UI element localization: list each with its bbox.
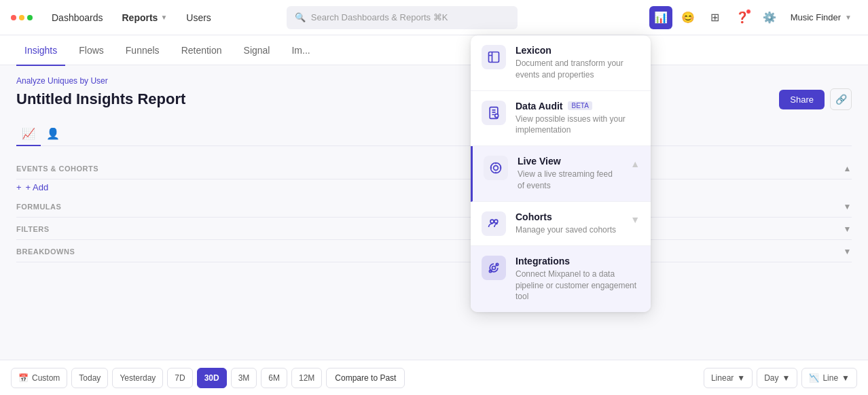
calendar-icon: 📅 — [18, 373, 29, 383]
events-cohorts-section-header: EVENTS & COHORTS ▲ — [16, 157, 852, 179]
svg-point-6 — [491, 163, 501, 173]
formulas-label: FORMULAS — [16, 203, 61, 211]
tab-flows[interactable]: Flows — [71, 36, 112, 66]
today-button[interactable]: Today — [71, 368, 108, 388]
live-view-title: Live View — [518, 156, 621, 167]
title-actions: Share 🔗 — [779, 88, 852, 110]
12m-button[interactable]: 12M — [291, 368, 322, 388]
cohorts-icon — [482, 211, 506, 236]
dropdown-item-live-view[interactable]: Live View View a live streaming feed of … — [471, 146, 651, 202]
table-view-icon: 👤 — [46, 127, 60, 140]
dot-red — [11, 15, 16, 20]
settings-icon-btn[interactable]: ⚙️ — [758, 6, 781, 29]
reports-icon: 📊 — [654, 11, 668, 24]
line-select[interactable]: 📉 Line ▼ — [801, 368, 857, 388]
dropdown-item-data-audit[interactable]: Data Audit BETA View possible issues wit… — [471, 91, 651, 147]
dropdown-menu: Lexicon Document and transform your even… — [471, 35, 651, 312]
custom-date-button[interactable]: 📅 Custom — [11, 368, 67, 388]
events-cohorts-collapse-icon[interactable]: ▲ — [844, 164, 852, 173]
workspace-selector[interactable]: Music Finder ▼ — [785, 10, 857, 25]
3m-button[interactable]: 3M — [231, 368, 257, 388]
profile-icon: 😊 — [681, 11, 695, 24]
svg-point-13 — [494, 220, 498, 223]
breakdowns-section-header: BREAKDOWNS ▼ — [16, 240, 852, 262]
line-chart-icon: 📉 — [809, 373, 819, 383]
svg-point-4 — [495, 114, 499, 117]
live-view-desc: View a live streaming feed of events — [518, 169, 621, 192]
svg-point-7 — [494, 166, 499, 171]
svg-point-12 — [490, 220, 494, 223]
reports-icon-btn[interactable]: 📊 — [649, 6, 672, 29]
filters-section-header: FILTERS ▼ — [16, 218, 852, 240]
tab-insights[interactable]: Insights — [16, 36, 65, 66]
sidebar-sections: EVENTS & COHORTS ▲ + + Add FORMULAS ▼ FI… — [16, 157, 852, 262]
integrations-title: Integrations — [516, 256, 640, 267]
formulas-collapse-icon[interactable]: ▼ — [844, 202, 852, 211]
cohorts-desc: Manage your saved cohorts — [516, 224, 616, 236]
linear-chevron-icon: ▼ — [737, 373, 745, 383]
line-chevron-icon: ▼ — [842, 373, 850, 383]
30d-button[interactable]: 30D — [197, 368, 227, 388]
linear-select[interactable]: Linear ▼ — [704, 368, 753, 388]
reports-chevron-icon: ▼ — [160, 14, 167, 21]
filters-collapse-icon[interactable]: ▼ — [844, 224, 852, 234]
filters-label: FILTERS — [16, 225, 50, 233]
lexicon-icon — [482, 45, 506, 69]
data-audit-desc: View possible issues with your implement… — [516, 114, 640, 137]
share-button[interactable]: Share — [779, 90, 825, 109]
yesterday-button[interactable]: Yesterday — [112, 368, 163, 388]
profile-icon-btn[interactable]: 😊 — [676, 6, 700, 29]
day-chevron-icon: ▼ — [782, 373, 791, 383]
tab-signal[interactable]: Signal — [236, 36, 278, 66]
workspace-chevron-icon: ▼ — [845, 14, 852, 21]
add-event-button[interactable]: + + Add — [16, 179, 852, 195]
beta-badge: BETA — [568, 101, 592, 110]
tab-im[interactable]: Im... — [283, 36, 318, 66]
view-tabs: 📈 👤 — [16, 121, 852, 146]
tab-retention[interactable]: Retention — [173, 36, 230, 66]
dot-green — [27, 15, 33, 20]
compare-button[interactable]: Compare to Past — [326, 368, 405, 388]
dropdown-item-lexicon[interactable]: Lexicon Document and transform your even… — [471, 35, 651, 91]
chart-view-tab[interactable]: 📈 — [16, 122, 41, 146]
svg-point-14 — [492, 266, 496, 269]
bottom-toolbar: 📅 Custom Today Yesterday 7D 30D 3M 6M 12… — [0, 360, 868, 395]
breakdowns-collapse-icon[interactable]: ▼ — [844, 247, 852, 256]
dropdown-item-cohorts[interactable]: Cohorts Manage your saved cohorts ▼ — [471, 202, 651, 246]
7d-button[interactable]: 7D — [167, 368, 192, 388]
add-icon: + — [16, 182, 22, 192]
svg-rect-0 — [489, 52, 499, 63]
cohorts-title: Cohorts — [516, 211, 616, 222]
events-cohorts-label: EVENTS & COHORTS — [16, 165, 98, 173]
table-view-tab[interactable]: 👤 — [41, 122, 65, 146]
analyze-by: Analyze Uniques by User — [16, 76, 852, 86]
dashboards-label: Dashboards — [52, 12, 103, 23]
grid-icon-btn[interactable]: ⊞ — [704, 6, 727, 29]
search-icon: 🔍 — [295, 12, 306, 22]
search-placeholder: Search Dashboards & Reports ⌘K — [311, 12, 448, 22]
topnav-right: 📊 😊 ⊞ ❓ ⚙️ Music Finder ▼ — [649, 6, 857, 29]
top-navigation: Dashboards Reports ▼ Users 🔍 Search Dash… — [0, 0, 868, 35]
help-icon-btn[interactable]: ❓ — [731, 6, 754, 29]
users-nav[interactable]: Users — [181, 10, 217, 26]
live-view-icon — [484, 156, 508, 180]
6m-button[interactable]: 6M — [261, 368, 287, 388]
dropdown-item-integrations[interactable]: Integrations Connect Mixpanel to a data … — [471, 246, 651, 312]
page-title: Untitled Insights Report — [16, 90, 185, 108]
sub-navigation: Insights Flows Funnels Retention Signal … — [0, 35, 868, 65]
main-content: Analyze Uniques by User Untitled Insight… — [0, 65, 868, 395]
breakdowns-label: BREAKDOWNS — [16, 247, 75, 256]
reports-nav[interactable]: Reports ▼ — [117, 10, 173, 26]
lexicon-title: Lexicon — [516, 45, 640, 56]
formulas-section-header: FORMULAS ▼ — [16, 195, 852, 218]
window-controls — [11, 15, 33, 20]
integrations-icon — [482, 256, 506, 280]
search-bar[interactable]: 🔍 Search Dashboards & Reports ⌘K — [287, 6, 518, 29]
tab-funnels[interactable]: Funnels — [117, 36, 168, 66]
data-audit-icon — [482, 101, 506, 125]
day-select[interactable]: Day ▼ — [757, 368, 797, 388]
settings-icon: ⚙️ — [763, 11, 776, 24]
integrations-desc: Connect Mixpanel to a data pipeline or c… — [516, 269, 640, 303]
dashboards-nav[interactable]: Dashboards — [46, 10, 109, 26]
link-button[interactable]: 🔗 — [830, 88, 852, 110]
